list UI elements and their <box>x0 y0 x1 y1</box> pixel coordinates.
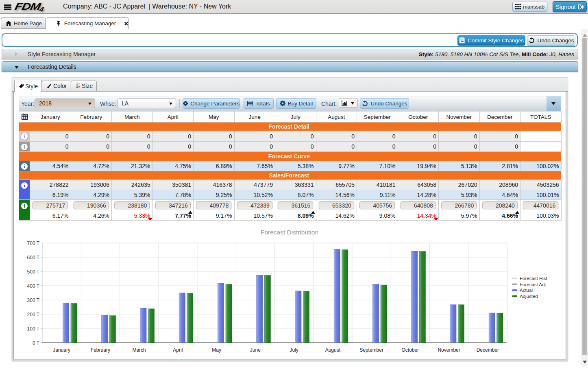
svg-text:400 T: 400 T <box>27 283 40 289</box>
svg-text:July: July <box>290 347 298 353</box>
svg-text:0 T: 0 T <box>33 340 40 346</box>
svg-text:100 T: 100 T <box>27 326 40 332</box>
svg-text:February: February <box>91 347 110 353</box>
svg-text:December: December <box>477 347 499 353</box>
svg-text:March: March <box>132 347 146 353</box>
svg-text:1: 1 <box>78 83 80 85</box>
svg-text:600 T: 600 T <box>27 255 40 260</box>
svg-text:Forecast Distribution: Forecast Distribution <box>261 229 318 236</box>
svg-text:January: January <box>53 347 70 353</box>
svg-text:Forecast Adj.: Forecast Adj. <box>520 282 547 287</box>
svg-text:Adjusted: Adjusted <box>520 294 538 299</box>
svg-text:Forecast Hist: Forecast Hist <box>520 276 548 281</box>
svg-text:October: October <box>402 347 419 353</box>
svg-text:9: 9 <box>78 85 80 88</box>
svg-text:August: August <box>325 347 341 353</box>
svg-text:Actual: Actual <box>520 288 533 293</box>
svg-text:May: May <box>212 347 221 353</box>
svg-text:700 T: 700 T <box>27 241 40 246</box>
svg-text:June: June <box>250 347 261 353</box>
svg-text:April: April <box>173 347 183 353</box>
svg-text:300 T: 300 T <box>27 298 40 303</box>
svg-text:November: November <box>438 347 460 353</box>
svg-text:500 T: 500 T <box>27 269 40 275</box>
svg-text:200 T: 200 T <box>27 312 40 317</box>
svg-text:September: September <box>359 347 383 353</box>
